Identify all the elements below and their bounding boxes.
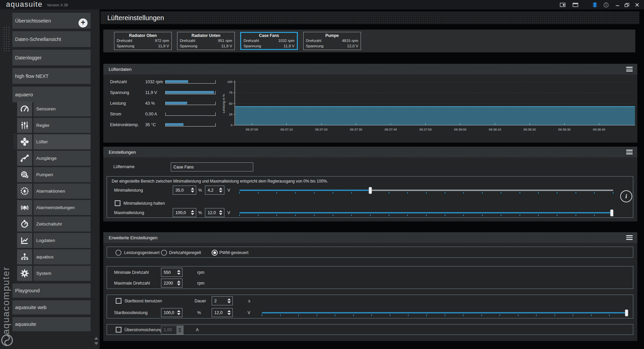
spinner-value: 12,0: [205, 208, 217, 217]
startboost-checkbox[interactable]: [116, 298, 121, 304]
spinner-down-icon[interactable]: [227, 301, 231, 303]
spinner-up-icon[interactable]: [191, 210, 194, 212]
spinner-up-icon[interactable]: [227, 310, 231, 312]
sidebar-item-aquasuite-web[interactable]: aquasuite web: [12, 300, 91, 314]
mode-radio-pwm-gesteuert[interactable]: [212, 250, 218, 256]
sidebar-item-ausg-nge[interactable]: Ausgänge: [34, 151, 91, 166]
sidebar-item-aquasuite[interactable]: aquasuite: [12, 317, 91, 331]
max-power-percent-input[interactable]: 100,0: [173, 208, 196, 217]
spinner-down-icon[interactable]: [191, 191, 194, 193]
sidebar-scroll-up[interactable]: [94, 337, 98, 340]
alarm-gear-icon[interactable]: [17, 184, 32, 199]
sidebar-item-logdaten[interactable]: Logdaten: [34, 233, 91, 248]
spinner-up-icon[interactable]: [219, 188, 222, 190]
overcurrent-checkbox[interactable]: [116, 327, 121, 333]
restore-button[interactable]: [624, 2, 630, 7]
alarm-bell-icon[interactable]: [17, 200, 32, 215]
mode-radio-leistungsgesteuert[interactable]: [115, 250, 121, 256]
svg-text:09:38:30: 09:38:30: [558, 128, 571, 131]
add-overview-page-button[interactable]: +: [78, 18, 88, 28]
sidebar-item-l-fter[interactable]: Lüfter: [34, 134, 91, 149]
slider-handle[interactable]: [369, 187, 372, 194]
fan-icon[interactable]: [17, 134, 32, 149]
spinner-up-icon[interactable]: [177, 270, 180, 272]
close-button[interactable]: [634, 2, 640, 7]
min-power-volt-input[interactable]: 4,2: [205, 186, 224, 195]
spinner-arrows[interactable]: [226, 308, 232, 317]
spinner-down-icon[interactable]: [227, 313, 231, 315]
sidebar-item-regler[interactable]: Regler: [34, 118, 91, 133]
fan-card-pumpe[interactable]: PumpeDrehzahl4815 rpmSpannung12,0 V: [303, 32, 361, 50]
gauge-icon[interactable]: [17, 101, 32, 116]
sidebar-item-bersichtsseiten[interactable]: Übersichtsseiten+: [12, 13, 91, 29]
spinner-up-icon[interactable]: [227, 298, 231, 300]
pump-icon[interactable]: [17, 167, 32, 182]
gear-icon[interactable]: [17, 266, 32, 281]
section-menu-icon[interactable]: [626, 67, 633, 71]
sidebar-item-high-flow-next[interactable]: high flow NEXT: [12, 68, 91, 84]
section-menu-icon[interactable]: [626, 150, 633, 154]
startboost-slider[interactable]: [262, 309, 628, 316]
log-chart-icon[interactable]: [17, 233, 32, 248]
min-power-percent-input[interactable]: 35,0: [173, 186, 196, 195]
fan-name-input[interactable]: Case Fans: [171, 162, 253, 171]
spinner-down-icon[interactable]: [177, 284, 180, 286]
spinner-arrows[interactable]: [175, 279, 182, 287]
fan-card-row-label: Spannung: [117, 44, 134, 49]
sidebar-item-alarmaktionen[interactable]: Alarmaktionen: [34, 184, 91, 199]
spinner-arrows[interactable]: [217, 208, 224, 217]
spinner-down-icon[interactable]: [219, 213, 222, 215]
sidebar-item-aquabus[interactable]: aquabus: [34, 249, 91, 264]
sidebar-scroll-down[interactable]: [94, 342, 98, 345]
max-rpm-input[interactable]: 2200: [161, 279, 182, 288]
minimize-button[interactable]: [614, 2, 621, 7]
min-power-slider[interactable]: [239, 187, 613, 194]
max-power-slider[interactable]: [239, 209, 613, 216]
spinner-up-icon[interactable]: [191, 188, 194, 190]
slider-handle[interactable]: [610, 209, 613, 216]
slider-handle[interactable]: [625, 309, 628, 316]
spinner-up-icon[interactable]: [177, 281, 180, 283]
sidebar-item-system[interactable]: System: [34, 266, 91, 281]
fan-card-case-fans[interactable]: Case FansDrehzahl1032 rpmSpannung11,9 V: [240, 32, 298, 50]
min-rpm-input[interactable]: 550: [161, 268, 182, 277]
spinner-arrows[interactable]: [175, 268, 182, 277]
sidebar-item-zeitschaltuhr[interactable]: Zeitschaltuhr: [34, 216, 91, 232]
sliders-icon[interactable]: [17, 118, 32, 133]
info-icon[interactable]: [603, 2, 609, 7]
spinner-up-icon[interactable]: [177, 310, 180, 312]
layers-icon[interactable]: [592, 2, 598, 7]
spinner-down-icon[interactable]: [219, 191, 222, 193]
timer-icon[interactable]: [17, 216, 32, 232]
startboost-volt-input[interactable]: 12,0: [212, 308, 233, 317]
spinner-arrows[interactable]: [226, 297, 232, 305]
spinner-down-icon[interactable]: [177, 313, 180, 315]
overlay-window-icon[interactable]: [559, 2, 566, 7]
startboost-percent-input[interactable]: 100,0: [161, 308, 182, 317]
sidebar-item-datenlogger[interactable]: Datenlogger: [12, 50, 91, 65]
hold-min-checkbox[interactable]: [115, 200, 120, 206]
spinner-arrows[interactable]: [189, 186, 196, 194]
sidebar-item-pumpen[interactable]: Pumpen: [34, 167, 91, 182]
spinner-arrows[interactable]: [189, 208, 196, 217]
sidebar-item-sensoren[interactable]: Sensoren: [34, 101, 91, 116]
section-menu-icon[interactable]: [626, 235, 633, 240]
fan-card-radiator-unten[interactable]: Radiator UntenDrehzahl951 rpmSpannung11,…: [177, 32, 235, 50]
spinner-up-icon[interactable]: [219, 210, 222, 212]
outputs-icon[interactable]: [17, 151, 32, 166]
sidebar-item-alarmeinstellungen[interactable]: Alarmeinstellungen: [34, 200, 91, 215]
spinner-down-icon[interactable]: [177, 273, 180, 275]
max-power-volt-input[interactable]: 12,0: [205, 208, 224, 217]
spinner-arrows[interactable]: [217, 186, 224, 194]
range-info-icon[interactable]: i: [620, 190, 632, 202]
sidebar-item-playground[interactable]: Playground: [12, 284, 91, 298]
bus-icon[interactable]: [17, 249, 32, 264]
desktop-page-icon[interactable]: [572, 2, 578, 7]
sidebar-item-daten-schnellansicht[interactable]: Daten-Schnellansicht: [12, 31, 91, 47]
sidebar-item-aquaero[interactable]: aquaero: [12, 87, 91, 102]
fan-card-radiator-oben[interactable]: Radiator ObenDrehzahl972 rpmSpannung11,9…: [114, 32, 172, 50]
spinner-down-icon[interactable]: [191, 213, 194, 215]
duration-input[interactable]: 2: [212, 296, 233, 305]
mode-radio-drehzahlgeregelt[interactable]: [161, 250, 167, 256]
spinner-arrows[interactable]: [175, 308, 182, 317]
